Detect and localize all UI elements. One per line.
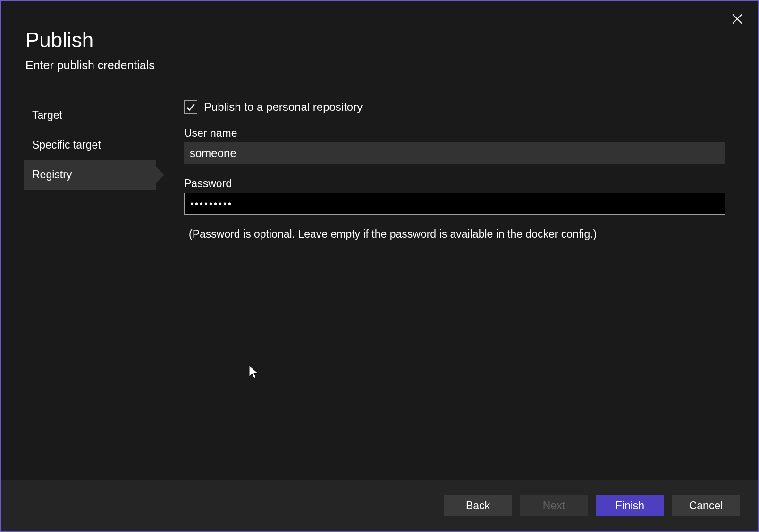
sidebar-item-label: Specific target (32, 139, 101, 151)
personal-repo-row: Publish to a personal repository (184, 100, 725, 114)
checkmark-icon (186, 102, 195, 112)
close-button[interactable] (731, 12, 744, 25)
form-content: Publish to a personal repository User na… (156, 100, 739, 480)
wizard-steps-sidebar: Target Specific target Registry (24, 100, 156, 480)
dialog-title: Publish (25, 28, 734, 52)
finish-button[interactable]: Finish (596, 495, 664, 516)
close-icon (732, 14, 742, 24)
dialog-header: Publish Enter publish credentials (1, 1, 758, 72)
sidebar-item-registry[interactable]: Registry (24, 160, 156, 190)
sidebar-item-label: Target (32, 109, 62, 121)
username-group: User name (184, 127, 725, 164)
publish-dialog: Publish Enter publish credentials Target… (0, 0, 759, 532)
dialog-subtitle: Enter publish credentials (25, 58, 734, 72)
sidebar-item-target[interactable]: Target (24, 100, 156, 130)
sidebar-item-label: Registry (32, 168, 72, 181)
password-label: Password (184, 177, 725, 190)
dialog-body: Target Specific target Registry Publish … (1, 72, 758, 480)
sidebar-item-specific-target[interactable]: Specific target (24, 130, 156, 160)
back-button[interactable]: Back (444, 495, 512, 516)
password-hint: (Password is optional. Leave empty if th… (189, 228, 725, 241)
password-group: Password (184, 177, 725, 215)
username-label: User name (184, 127, 725, 140)
password-input[interactable] (184, 193, 725, 215)
next-button: Next (520, 495, 588, 516)
cancel-button[interactable]: Cancel (672, 495, 740, 516)
personal-repo-checkbox[interactable] (184, 100, 197, 114)
personal-repo-label[interactable]: Publish to a personal repository (204, 100, 363, 114)
dialog-footer: Back Next Finish Cancel (1, 480, 758, 531)
username-input[interactable] (184, 142, 725, 164)
